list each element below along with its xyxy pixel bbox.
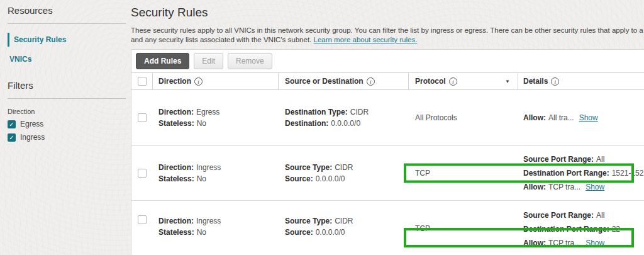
direction-cell: Direction:Egress Stateless:No xyxy=(153,90,279,145)
filter-option-ingress: ✓ Ingress xyxy=(8,133,131,142)
learn-more-link[interactable]: Learn more about security rules. xyxy=(313,36,417,43)
sidebar-divider xyxy=(8,23,126,24)
resources-title: Resources xyxy=(8,5,131,16)
info-icon[interactable]: i xyxy=(449,77,457,86)
info-icon[interactable]: i xyxy=(367,77,375,86)
select-all-checkbox[interactable] xyxy=(138,77,147,86)
table-row: Direction:Egress Stateless:No Destinatio… xyxy=(131,90,644,146)
filter-group-direction-label: Direction xyxy=(8,108,131,115)
source-destination-cell: Source Type:CIDR Source:0.0.0.0/0 xyxy=(279,201,409,255)
row-checkbox[interactable] xyxy=(138,113,147,122)
egress-label: Egress xyxy=(20,120,43,128)
info-icon[interactable]: i xyxy=(194,77,203,86)
protocol-cell: TCP xyxy=(409,201,518,255)
row-checkbox[interactable] xyxy=(138,169,147,178)
source-destination-cell: Source Type:CIDR Source:0.0.0.0/0 xyxy=(279,146,409,200)
egress-checkbox[interactable]: ✓ xyxy=(8,120,16,128)
description-line-2: and any security lists associated with t… xyxy=(130,35,644,45)
table-header: Direction i Source or Destination i Prot… xyxy=(131,72,644,90)
row-checkbox[interactable] xyxy=(138,215,147,224)
info-icon[interactable]: i xyxy=(551,77,559,86)
sidebar-divider xyxy=(8,98,126,99)
toolbar: Add Rules Edit Remove xyxy=(131,50,644,72)
sidebar: Resources Security Rules VNICs Filters D… xyxy=(0,0,131,255)
protocol-cell: TCP xyxy=(409,146,518,200)
protocol-cell: All Protocols xyxy=(409,90,518,145)
details-cell: Allow:All tra...Show xyxy=(518,90,644,145)
header-source-or-destination: Source or Destination i xyxy=(279,73,409,89)
protocol-filter-caret-icon[interactable]: ▼ xyxy=(505,79,510,84)
edit-button[interactable]: Edit xyxy=(194,53,223,69)
show-link[interactable]: Show xyxy=(579,113,598,122)
filters-title: Filters xyxy=(8,80,131,91)
sidebar-item-vnics[interactable]: VNICs xyxy=(8,52,131,66)
header-protocol: Protocol i ▼ xyxy=(409,73,518,89)
header-direction: Direction i xyxy=(153,73,279,89)
sidebar-item-security-rules[interactable]: Security Rules xyxy=(8,33,131,47)
page-title: Security Rules xyxy=(130,0,644,26)
show-link[interactable]: Show xyxy=(586,183,604,191)
source-destination-cell: Destination Type:CIDR Destination:0.0.0.… xyxy=(279,90,409,145)
header-details: Details i xyxy=(518,73,644,89)
ingress-label: Ingress xyxy=(20,133,45,142)
add-rules-button[interactable]: Add Rules xyxy=(136,53,189,69)
remove-button[interactable]: Remove xyxy=(228,53,272,69)
ingress-checkbox[interactable]: ✓ xyxy=(8,133,16,142)
details-cell: Source Port Range:All Destination Port R… xyxy=(518,146,644,200)
table-row: Direction:Ingress Stateless:No Source Ty… xyxy=(131,146,644,201)
filter-option-egress: ✓ Egress xyxy=(8,120,131,128)
security-rules-panel: Add Rules Edit Remove Direction i Source… xyxy=(131,49,644,255)
table-row: Direction:Ingress Stateless:No Source Ty… xyxy=(131,201,644,255)
details-cell: Source Port Range:All Destination Port R… xyxy=(518,201,644,255)
main-content: Security Rules These security rules appl… xyxy=(130,0,644,255)
show-link[interactable]: Show xyxy=(586,239,604,247)
direction-cell: Direction:Ingress Stateless:No xyxy=(153,201,279,255)
direction-cell: Direction:Ingress Stateless:No xyxy=(153,146,279,200)
description-line-1: These security rules apply to all VNICs … xyxy=(130,26,644,35)
description-line-2-text: and any security lists associated with t… xyxy=(131,36,311,43)
